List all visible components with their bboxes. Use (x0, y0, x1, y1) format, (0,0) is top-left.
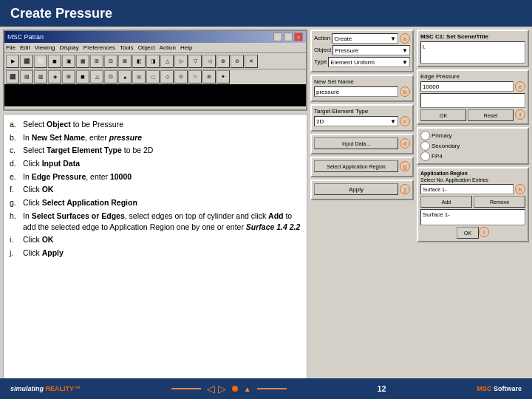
new-set-name-input[interactable] (314, 86, 398, 97)
action-select[interactable]: Create ▼ (332, 33, 398, 44)
instruction-letter: a. (10, 119, 23, 130)
menu-action[interactable]: Action (160, 44, 176, 51)
tb-btn-17[interactable]: ⊖ (231, 55, 244, 68)
ok-button[interactable]: OK (420, 109, 466, 121)
menu-edit[interactable]: Edit (20, 44, 30, 51)
input-data-button[interactable]: Input Data... (314, 137, 398, 149)
radio-primary[interactable]: Primary (420, 131, 525, 140)
tb-btn-10[interactable]: ◧ (132, 55, 146, 68)
tb2-btn-7[interactable]: △ (90, 70, 103, 83)
instruction-row: e.In Edge Pressure, enter 10000 (10, 171, 301, 183)
app-region-listbox[interactable]: Surface 1- (420, 209, 525, 225)
patran-menubar: File Edit Viewing Display Preferences To… (4, 43, 306, 53)
tb-btn-18[interactable]: ✕ (245, 55, 258, 68)
remove-button[interactable]: Remove (474, 196, 525, 208)
patran-title: MSC Patran (7, 33, 44, 41)
radio-fp4[interactable]: FP4 (420, 151, 525, 161)
instruction-letter: g. (10, 197, 23, 208)
tb2-btn-10[interactable]: ◎ (132, 70, 146, 83)
action-row: Action Create ▼ a (314, 33, 410, 44)
page-title: Create Pressure (10, 6, 112, 21)
footer-brand: MSC Software (477, 385, 522, 392)
select-app-region-button[interactable]: Select Application Region (314, 160, 398, 172)
radio-fp4-input[interactable] (420, 151, 430, 161)
radio-secondary-input[interactable] (420, 141, 430, 151)
tb2-btn-2[interactable]: ▤ (20, 70, 33, 83)
footer-page-number: 12 (377, 384, 386, 393)
tb2-btn-14[interactable]: ☆ (188, 70, 202, 83)
menu-display[interactable]: Display (60, 44, 79, 51)
tb2-btn-11[interactable]: □ (146, 70, 160, 83)
menu-help[interactable]: Help (180, 44, 192, 51)
scrollbar-area[interactable] (420, 93, 525, 108)
tb-btn-7[interactable]: ⊞ (90, 55, 103, 68)
type-select[interactable]: Element Uniform ▼ (328, 57, 410, 67)
tb2-btn-4[interactable]: ◈ (48, 70, 61, 83)
tb-btn-5[interactable]: ▣ (62, 55, 75, 68)
tb-btn-9[interactable]: ⊠ (118, 55, 132, 68)
instruction-row: c.Select Target Element Type to be 2D (10, 145, 301, 156)
patran-viewport (4, 84, 306, 106)
tb-btn-8[interactable]: ⊟ (104, 55, 117, 68)
tb-btn-13[interactable]: ▷ (174, 55, 188, 68)
menu-preferences[interactable]: Preferences (83, 44, 115, 51)
tb2-btn-3[interactable]: ▥ (34, 70, 47, 83)
radio-group: Primary Secondary FP4 (420, 131, 525, 161)
tb2-btn-9[interactable]: ● (118, 70, 132, 83)
annotation-h: h (515, 184, 525, 194)
apply-panel: Apply j (310, 180, 414, 200)
tb-btn-4[interactable]: ◼ (48, 55, 61, 68)
ok-bottom-button[interactable]: OK (457, 227, 479, 239)
instruction-text: In Select Surfaces or Edges, select edge… (23, 211, 301, 232)
tb-btn-16[interactable]: ⊕ (216, 55, 230, 68)
instruction-text: Select Target Element Type to be 2D (23, 145, 153, 156)
tb2-btn-16[interactable]: ✦ (216, 70, 230, 83)
tb-btn-15[interactable]: ◁ (202, 55, 216, 68)
tb-btn-11[interactable]: ◨ (146, 55, 160, 68)
annotation-f: f (515, 109, 525, 120)
add-button[interactable]: Add (420, 196, 472, 208)
close-btn[interactable]: × (294, 33, 303, 41)
scene-title-listbox[interactable]: l. (420, 41, 525, 64)
select-surfaces-label: Select No. Application Entries (420, 177, 525, 183)
menu-viewing[interactable]: Viewing (35, 44, 55, 51)
reset-button[interactable]: Reset (468, 109, 514, 121)
tb-btn-14[interactable]: ▽ (188, 55, 202, 68)
footer-arrows: ◁ ▷ (207, 383, 226, 395)
radio-primary-input[interactable] (420, 131, 430, 140)
apply-button[interactable]: Apply (314, 183, 398, 195)
tb2-btn-13[interactable]: ⊙ (174, 70, 188, 83)
tb2-btn-6[interactable]: ◼ (76, 70, 89, 83)
instruction-row: f.Click OK (10, 184, 301, 195)
radio-secondary[interactable]: Secondary (420, 141, 525, 151)
minimize-btn[interactable]: − (273, 33, 282, 41)
edge-pressure-input[interactable] (420, 81, 514, 92)
tb2-btn-8[interactable]: ⊡ (104, 70, 117, 83)
tb-btn-3[interactable]: ⬜ (34, 55, 47, 68)
type-label: Type (314, 58, 327, 65)
instruction-letter: h. (10, 211, 23, 232)
target-element-select[interactable]: 2D ▼ (314, 116, 398, 126)
select-surfaces-input[interactable] (420, 184, 514, 194)
tb-btn-2[interactable]: ⬛ (20, 55, 33, 68)
instruction-letter: b. (10, 132, 23, 143)
instruction-letter: i. (10, 234, 23, 245)
annotation-a: a (400, 33, 410, 44)
instruction-row: a.Select Object to be Pressure (10, 119, 301, 130)
maximize-btn[interactable]: □ (284, 33, 293, 41)
tb-btn-12[interactable]: △ (160, 55, 174, 68)
tb-btn-1[interactable]: ▶ (6, 55, 19, 68)
menu-object[interactable]: Object (138, 44, 155, 51)
tb2-btn-15[interactable]: ⊛ (202, 70, 216, 83)
tb2-btn-12[interactable]: ◇ (160, 70, 174, 83)
instruction-text: Click OK (23, 184, 53, 195)
object-select[interactable]: Pressure ▼ (332, 45, 410, 55)
tb-btn-6[interactable]: ▦ (76, 55, 89, 68)
tb2-btn-1[interactable]: ⬛ (6, 70, 19, 83)
menu-tools[interactable]: Tools (120, 44, 134, 51)
tb2-btn-5[interactable]: ⊞ (62, 70, 75, 83)
menu-file[interactable]: File (6, 44, 16, 51)
instruction-text: Click OK (23, 234, 53, 245)
reality-text: REALITY™ (46, 385, 81, 392)
edge-pressure-label: Edge Pressure (420, 73, 525, 80)
